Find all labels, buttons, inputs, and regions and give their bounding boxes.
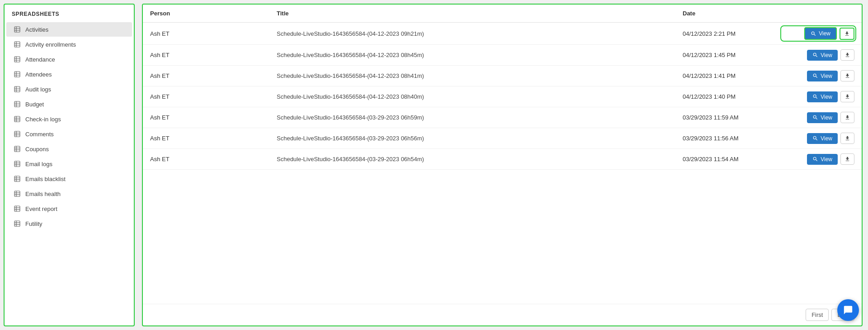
action-buttons: View: [782, 91, 854, 102]
download-button[interactable]: [840, 133, 854, 144]
svg-rect-4: [14, 42, 20, 47]
view-button[interactable]: View: [807, 112, 838, 123]
sidebar-item-label: Event report: [25, 206, 57, 212]
svg-rect-48: [14, 206, 20, 211]
download-button[interactable]: [840, 28, 854, 40]
view-button[interactable]: View: [807, 133, 838, 144]
sidebar-item-label: Activity enrollments: [25, 41, 76, 48]
cell-title: Schedule-LiveStudio-1643656584-(04-12-20…: [277, 93, 683, 100]
sidebar-item-audit-logs[interactable]: Audit logs: [6, 82, 132, 96]
spreadsheet-icon: [14, 190, 21, 197]
sidebar-item-label: Attendance: [25, 56, 55, 63]
search-icon: [812, 135, 818, 141]
view-button[interactable]: View: [807, 50, 838, 61]
search-icon: [811, 31, 816, 37]
download-button[interactable]: [840, 70, 854, 81]
table-row: Ash ETSchedule-LiveStudio-1643656584-(04…: [143, 66, 862, 86]
sidebar-item-budget[interactable]: Budget: [6, 97, 132, 111]
cell-date: 04/12/2023 1:41 PM: [683, 72, 782, 79]
cell-title: Schedule-LiveStudio-1643656584-(04-12-20…: [277, 52, 683, 58]
sidebar-item-label: Email logs: [25, 161, 52, 167]
sidebar-item-label: Budget: [25, 101, 44, 108]
action-buttons: View: [782, 153, 854, 165]
sidebar: SPREADSHEETS Activities Activity enrollm…: [4, 4, 135, 326]
table-row: Ash ETSchedule-LiveStudio-1643656584-(04…: [143, 45, 862, 66]
svg-rect-16: [14, 86, 20, 92]
sidebar-item-activities[interactable]: Activities: [6, 22, 132, 37]
svg-rect-36: [14, 161, 20, 167]
view-button[interactable]: View: [804, 27, 837, 40]
cell-person: Ash ET: [150, 156, 277, 163]
table-row: Ash ETSchedule-LiveStudio-1643656584-(04…: [143, 86, 862, 107]
download-icon: [844, 135, 850, 141]
svg-rect-12: [14, 72, 20, 77]
spreadsheet-icon: [14, 175, 21, 182]
sidebar-item-label: Audit logs: [25, 86, 51, 93]
cell-actions: View: [782, 153, 854, 165]
cell-date: 03/29/2023 11:54 AM: [683, 156, 782, 163]
cell-date: 03/29/2023 11:59 AM: [683, 114, 782, 121]
view-button[interactable]: View: [807, 154, 838, 165]
svg-rect-24: [14, 116, 20, 122]
spreadsheet-icon: [14, 41, 21, 48]
sidebar-item-label: Emails blacklist: [25, 176, 66, 182]
table-container: Person Title Date Ash ETSchedule-LiveStu…: [142, 4, 863, 326]
cell-actions: View: [782, 27, 854, 40]
search-icon: [812, 52, 818, 58]
cell-title: Schedule-LiveStudio-1643656584-(04-12-20…: [277, 72, 683, 79]
cell-actions: View: [782, 91, 854, 102]
download-icon: [844, 156, 850, 162]
sidebar-item-label: Futility: [25, 220, 42, 227]
chat-button[interactable]: [837, 299, 859, 321]
svg-rect-0: [14, 27, 20, 32]
sidebar-item-attendance[interactable]: Attendance: [6, 52, 132, 67]
download-icon: [844, 115, 850, 120]
svg-rect-44: [14, 191, 20, 196]
cell-title: Schedule-LiveStudio-1643656584-(03-29-20…: [277, 135, 683, 142]
sidebar-item-comments[interactable]: Comments: [6, 127, 132, 141]
sidebar-item-attendees[interactable]: Attendees: [6, 67, 132, 81]
download-icon: [844, 52, 850, 58]
cell-title: Schedule-LiveStudio-1643656584-(04-12-20…: [277, 30, 683, 37]
download-button[interactable]: [840, 112, 854, 123]
download-icon: [844, 94, 850, 100]
spreadsheet-icon: [14, 115, 21, 123]
view-button[interactable]: View: [807, 91, 838, 102]
download-button[interactable]: [840, 49, 854, 61]
download-button[interactable]: [840, 91, 854, 102]
col-date: Date: [683, 10, 782, 17]
download-button[interactable]: [840, 153, 854, 165]
view-button[interactable]: View: [807, 71, 838, 81]
sidebar-item-email-logs[interactable]: Email logs: [6, 157, 132, 171]
spreadsheet-icon: [14, 86, 21, 93]
search-icon: [812, 73, 818, 79]
spreadsheet-icon: [14, 56, 21, 63]
sidebar-item-check-in-logs[interactable]: Check-in logs: [6, 112, 132, 126]
svg-rect-52: [14, 221, 20, 226]
sidebar-item-activity-enrollments[interactable]: Activity enrollments: [6, 37, 132, 52]
action-buttons: View: [782, 112, 854, 123]
spreadsheet-icon: [14, 130, 21, 138]
svg-rect-32: [14, 146, 20, 152]
table-row: Ash ETSchedule-LiveStudio-1643656584-(03…: [143, 128, 862, 149]
cell-title: Schedule-LiveStudio-1643656584-(03-29-20…: [277, 114, 683, 121]
sidebar-item-emails-blacklist[interactable]: Emails blacklist: [6, 172, 132, 186]
cell-person: Ash ET: [150, 114, 277, 121]
svg-rect-8: [14, 57, 20, 62]
cell-date: 04/12/2023 1:40 PM: [683, 93, 782, 100]
spreadsheet-icon: [14, 160, 21, 167]
cell-actions: View: [782, 133, 854, 144]
spreadsheet-icon: [14, 205, 21, 212]
table-header: Person Title Date: [143, 5, 862, 23]
cell-title: Schedule-LiveStudio-1643656584-(03-29-20…: [277, 156, 683, 163]
sidebar-item-emails-health[interactable]: Emails health: [6, 187, 132, 201]
sidebar-item-coupons[interactable]: Coupons: [6, 142, 132, 156]
action-buttons: View: [782, 133, 854, 144]
sidebar-item-futility[interactable]: Futility: [6, 216, 132, 231]
table-row: Ash ETSchedule-LiveStudio-1643656584-(03…: [143, 107, 862, 128]
first-button[interactable]: First: [806, 309, 829, 321]
spreadsheet-icon: [14, 145, 21, 153]
sidebar-item-event-report[interactable]: Event report: [6, 201, 132, 216]
svg-rect-20: [14, 101, 20, 107]
spreadsheet-icon: [14, 71, 21, 78]
